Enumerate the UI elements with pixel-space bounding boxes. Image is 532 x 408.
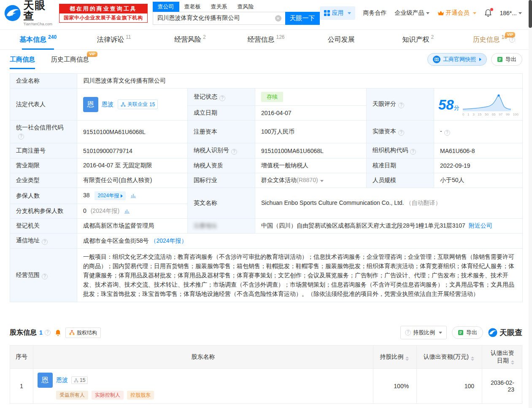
shareholder-name-link[interactable]: 恩波 [56,376,68,384]
clear-input-icon[interactable] [275,15,281,21]
tab-basic-info[interactable]: 基本信息240 [0,30,76,49]
value-insured-count: 38 2024年报 [77,188,188,204]
equity-structure-button[interactable]: 股权结构 [65,327,101,338]
label-registered-capital: 注册资本 [188,121,255,143]
search-button[interactable]: 天眼一下 [285,12,320,25]
account-menu[interactable]: 186*... [500,10,522,16]
business-cooperation-label: 商务合作 [363,9,387,17]
sort-icon[interactable] [511,360,514,365]
sub-toolbar: 工商信息 历史工商信息 VIP 工商官网快照 导出 [0,50,532,69]
value-registration-authority: 成都高新区市场监督管理局 [77,219,188,234]
label-mailing-address: 通信地址 [10,234,77,249]
search-tab-company[interactable]: 查公司 [153,2,179,12]
sort-icon[interactable] [405,357,409,361]
subtab-history-business-registration[interactable]: 历史工商信息 VIP [51,50,89,69]
subtab-business-registration[interactable]: 工商信息 [10,50,35,69]
tab-business-info[interactable]: 经营信息126 [228,30,304,49]
section-nav-tabs: 基本信息240 法律诉讼11 经营风险2 经营信息126 公司发展 知识产权2 … [0,30,532,50]
label-credit-code: 统一社会信用代码 [10,121,77,143]
tab-label: 经营信息 [247,35,274,44]
official-snapshot-button[interactable]: 工商官网快照 [427,53,487,66]
chevron-down-icon[interactable] [320,180,324,182]
label-registration-status: 登记状态 [188,89,255,106]
sort-icon[interactable] [471,357,474,361]
search-tab-risk[interactable]: 查风险 [232,2,259,12]
tab-operational-risk[interactable]: 经营风险2 [152,30,228,49]
excel-export-icon [458,330,464,336]
search-tabs: 查公司 查老板 查关系 查风险 [153,2,320,12]
help-icon[interactable] [410,149,416,155]
watermark-label: 天眼查 [500,327,522,338]
related-count-badge[interactable]: 15 [71,376,88,384]
trend-chart-icon[interactable] [124,208,130,215]
holding-ratio-filter[interactable]: 持股比例 [400,326,447,339]
tag-actual-controller[interactable]: 实际控制人 [92,391,124,400]
shareholders-export-button[interactable]: 导出 [452,326,483,339]
help-icon[interactable] [42,274,48,279]
search-tab-boss[interactable]: 查老板 [179,2,206,12]
nearby-companies-link[interactable]: 附近公司 [469,222,492,229]
help-icon[interactable] [219,95,225,101]
label-taxpayer-id: 纳税人识别号 [188,143,255,158]
tianyancha-logo[interactable]: 天眼查 TianYanCha.com [4,0,56,26]
business-cooperation-link[interactable]: 商务合作 [363,9,387,17]
value-company-name: 四川恩波体育文化传播有限公司 [77,74,523,89]
value-credit-code: 91510100MA61U6068L [77,121,188,143]
apps-button[interactable]: 应用 [320,6,355,20]
help-icon[interactable] [42,239,48,245]
org-chart-icon [69,330,75,335]
shareholders-table: 序号 股东名称 持股比例 认缴出资额(万元) 认缴出资日期 1 恩 恩波 15 [10,345,522,404]
tab-legal-litigation[interactable]: 法律诉讼11 [76,30,152,49]
promo-banner: 都在用的商业查询工具 国家中小企业发展子基金旗下机构 [59,4,148,23]
value-paid-capital: - [434,121,523,143]
shareholder-tags: 受益所有人 实际控制人 控股股东 [56,391,369,400]
tianyancha-logo-icon [4,4,21,22]
score-axis-labels: 0131550659799100 [462,113,519,116]
network-icon [121,102,126,107]
official-snapshot-label: 工商官网快照 [443,56,476,63]
tag-controlling-shareholder[interactable]: 控股股东 [127,391,154,400]
value-registration-status: 存续 [255,89,367,106]
annual-report-badge[interactable]: 2024年报 [95,191,126,200]
help-icon[interactable] [18,134,24,140]
help-icon[interactable] [45,330,51,336]
tab-label: 基本信息 [19,35,46,44]
col-subscribed-amount: 认缴出资额(万元) [417,346,482,369]
monitor-bell-icon[interactable] [55,329,61,336]
open-vip-link[interactable]: 开通会员 [437,9,476,17]
help-icon[interactable] [398,102,404,108]
export-button[interactable]: 导出 [491,53,522,66]
chevron-down-icon [518,12,522,14]
search-tab-relation[interactable]: 查关系 [206,2,232,12]
help-icon[interactable] [398,130,404,136]
equity-structure-label: 股权结构 [77,329,97,336]
help-icon[interactable] [509,37,515,43]
search-box [153,12,285,25]
tag-beneficial-owner[interactable]: 受益所有人 [56,391,88,400]
crown-icon [437,11,444,16]
trend-chart-icon[interactable] [130,193,136,199]
help-icon[interactable] [231,149,237,155]
tab-company-development[interactable]: 公司发展 [304,30,380,49]
shareholder-amount: 100 [417,369,482,404]
tab-intellectual-property[interactable]: 知识产权2 [380,30,456,49]
legal-rep-avatar[interactable]: 恩 [83,97,98,112]
related-companies-badge[interactable]: 关联企业 15 [118,99,158,109]
search-input[interactable] [153,12,285,25]
annual-report-link[interactable]: （2024年报） [150,237,187,244]
label-approval-date: 核准日期 [367,158,434,173]
help-icon[interactable] [444,130,450,136]
legal-rep-link[interactable]: 恩波 [102,101,113,108]
shareholder-avatar[interactable]: 恩 [38,373,53,388]
tab-history-info[interactable]: 历史信息16 VIP [456,30,532,49]
value-tianyan-score[interactable]: 58分 0131550659799100 [434,89,523,121]
shareholders-header: 股东信息 1 股权结构 持股比例 导出 天眼查 [10,326,522,339]
value-taxpayer-quality: 增值税一般纳税人 [255,158,367,173]
value-legal-representative: 恩 恩波 关联企业 15 [77,89,188,121]
notification-bell-icon[interactable] [484,9,492,17]
label-registration-authority: 登记机关 [10,219,77,234]
label-company-type: 企业类型 [10,173,77,188]
scrollbar[interactable] [529,0,532,408]
enterprise-products-link[interactable]: 企业级产品 [395,9,429,17]
scrollbar-thumb[interactable] [529,0,532,28]
